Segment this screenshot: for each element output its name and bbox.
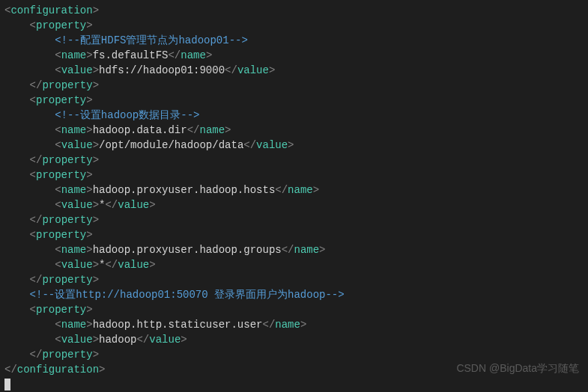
code-line: <property>: [4, 168, 588, 183]
code-line: <property>: [4, 93, 588, 108]
code-line: <value>hadoop</value>: [4, 332, 588, 347]
code-line: <property>: [4, 18, 588, 33]
code-line: </property>: [4, 78, 588, 93]
code-line: <name>hadoop.http.staticuser.user</name>: [4, 317, 588, 332]
code-line: <name>hadoop.data.dir</name>: [4, 123, 588, 138]
cursor-icon: [4, 379, 10, 391]
code-line: </configuration>: [4, 362, 588, 377]
code-editor: <configuration> <property> <!--配置HDFS管理节…: [0, 0, 588, 392]
code-line: <property>: [4, 302, 588, 317]
code-line: <configuration>: [4, 3, 588, 18]
code-line: <name>hadoop.proxyuser.hadoop.groups</na…: [4, 242, 588, 257]
code-line: </property>: [4, 272, 588, 287]
code-line: <name>hadoop.proxyuser.hadoop.hosts</nam…: [4, 183, 588, 197]
code-line: <value>/opt/module/hadoop/data</value>: [4, 138, 588, 153]
cursor-line: [4, 377, 588, 392]
code-line: <!--配置HDFS管理节点为hadoop01-->: [4, 33, 588, 48]
code-line: <!--设置hadoop数据目录-->: [4, 108, 588, 123]
code-line: </property>: [4, 153, 588, 168]
code-line: <value>hdfs://hadoop01:9000</value>: [4, 63, 588, 78]
code-line: </property>: [4, 347, 588, 362]
code-line: <value>*</value>: [4, 257, 588, 272]
code-line: <name>fs.defaultFS</name>: [4, 48, 588, 63]
code-line: <property>: [4, 227, 588, 242]
code-line: <value>*</value>: [4, 197, 588, 212]
code-line: </property>: [4, 212, 588, 227]
code-line: <!--设置http://hadoop01:50070 登录界面用户为hadoo…: [4, 287, 588, 302]
